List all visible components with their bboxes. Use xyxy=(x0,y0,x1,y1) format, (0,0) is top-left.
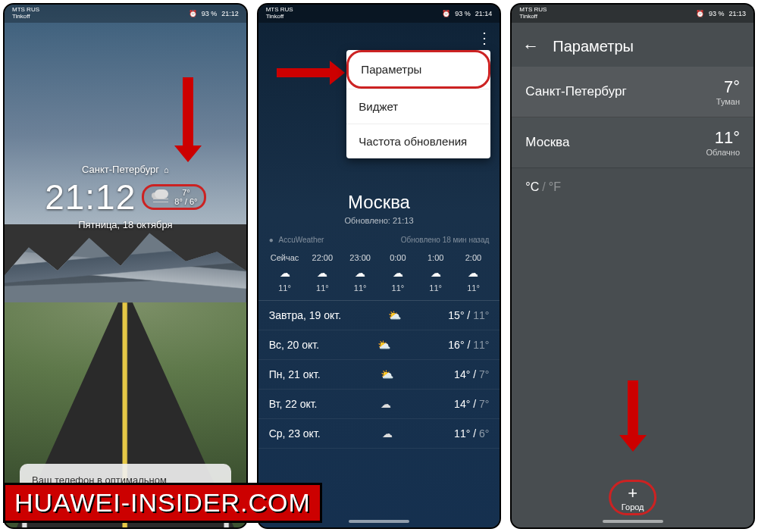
battery-label: 93 % xyxy=(202,10,218,17)
operator-label: Tinkoff xyxy=(519,14,547,20)
battery-label: 93 % xyxy=(709,10,725,17)
phone-weather-app: MTS RUS Tinkoff ⏰ 93 % 21:14 ⋮ Параметры… xyxy=(257,3,502,529)
cloud-icon: ☁ xyxy=(381,398,391,410)
widget-date: Пятница, 18 октября xyxy=(5,219,246,230)
bullet-icon: ● xyxy=(269,236,274,244)
partly-cloudy-icon: ⛅ xyxy=(381,368,393,380)
back-arrow-icon[interactable]: ← xyxy=(522,36,539,56)
partly-cloudy-icon: ⛅ xyxy=(388,309,401,321)
source-label: AccuWeather xyxy=(279,236,324,244)
hour-col: 2:00☁11° xyxy=(455,253,493,293)
fog-icon xyxy=(150,189,171,205)
temperature-unit-toggle[interactable]: °C/°F xyxy=(512,168,753,206)
cloud-icon: ☁ xyxy=(382,427,393,440)
city-condition: Облачно xyxy=(706,148,740,157)
widget-time: 21:12 xyxy=(45,177,136,217)
updated-ago: Обновлено 18 мин назад xyxy=(401,236,490,244)
overflow-dropdown: Параметры Виджет Частота обновления xyxy=(346,50,490,158)
city-temp: 11° xyxy=(706,128,740,148)
annotation-arrow-down xyxy=(174,77,202,162)
city-row[interactable]: Москва 11° Облачно xyxy=(512,117,753,168)
clock-label: 21:14 xyxy=(475,10,493,17)
clock-label: 21:12 xyxy=(221,10,239,17)
menu-item-refresh-rate[interactable]: Частота обновления xyxy=(346,124,490,158)
menu-item-settings[interactable]: Параметры xyxy=(346,50,490,89)
cloud-icon: ☁ xyxy=(266,267,304,279)
unit-celsius: °C xyxy=(525,180,539,193)
forecast-row: Завтра, 19 окт. ⛅ 15° / 11° xyxy=(258,301,500,330)
watermark-label: HUAWEI-INSIDER.COM xyxy=(3,483,322,523)
cloud-icon: ☁ xyxy=(417,267,455,279)
add-city-label: Город xyxy=(622,502,644,512)
cloud-icon: ☁ xyxy=(303,267,341,279)
phone-lockscreen: MTS RUS Tinkoff ⏰ 93 % 21:12 Санкт-Петер… xyxy=(3,3,248,529)
status-bar: MTS RUS Tinkoff ⏰ 93 % 21:12 xyxy=(5,5,246,23)
menu-item-widget[interactable]: Виджет xyxy=(346,89,490,124)
battery-label: 93 % xyxy=(455,10,471,17)
hour-col: 23:00☁11° xyxy=(341,253,379,293)
temp-now: 7° xyxy=(174,188,197,197)
daily-forecast[interactable]: Завтра, 19 окт. ⛅ 15° / 11° Вс, 20 окт. … xyxy=(258,300,500,449)
cloud-icon: ☁ xyxy=(379,267,417,279)
add-city-button[interactable]: + Город xyxy=(609,480,657,515)
operator-label: Tinkoff xyxy=(12,14,39,20)
alarm-icon: ⏰ xyxy=(442,10,450,17)
nav-gesture-bar[interactable] xyxy=(349,520,409,523)
forecast-row: Вс, 20 окт. ⛅ 16° / 11° xyxy=(258,330,500,360)
city-row[interactable]: Санкт-Петербург 7° Туман xyxy=(512,67,753,117)
temp-range: 8° / 6° xyxy=(174,197,197,206)
cloud-icon: ☁ xyxy=(341,267,379,279)
status-bar: MTS RUS Tinkoff ⏰ 93 % 21:14 xyxy=(258,5,500,23)
cloud-icon: ☁ xyxy=(455,267,493,279)
city-name: Санкт-Петербург xyxy=(525,84,626,99)
hour-col: 0:00☁11° xyxy=(379,253,417,293)
hour-col: 1:00☁11° xyxy=(417,253,455,293)
page-title: Параметры xyxy=(553,38,634,55)
home-icon: ⌂ xyxy=(164,165,169,174)
city-temp: 7° xyxy=(716,77,740,97)
annotation-arrow-right xyxy=(277,61,345,85)
partly-cloudy-icon: ⛅ xyxy=(377,339,390,351)
overflow-menu-button[interactable]: ⋮ xyxy=(475,29,493,47)
annotation-arrow-down xyxy=(619,380,647,452)
forecast-row: Вт, 22 окт. ☁ 14° / 7° xyxy=(258,390,500,419)
forecast-row: Пн, 21 окт. ⛅ 14° / 7° xyxy=(258,360,500,390)
hour-col: Сейчас☁11° xyxy=(266,253,304,293)
weather-updated: Обновлено: 21:13 xyxy=(258,216,500,225)
clock-weather-widget[interactable]: Санкт-Петербург ⌂ 21:12 7° 8° / 6° Пятни… xyxy=(5,164,246,230)
alarm-icon: ⏰ xyxy=(696,10,704,17)
unit-fahrenheit: °F xyxy=(549,180,561,193)
alarm-icon: ⏰ xyxy=(189,10,197,17)
weather-capsule-highlight[interactable]: 7° 8° / 6° xyxy=(142,184,205,210)
city-name: Москва xyxy=(525,135,569,150)
weather-city: Москва xyxy=(258,192,500,213)
forecast-row: Ср, 23 окт. ☁ 11° / 6° xyxy=(258,419,500,449)
hourly-forecast[interactable]: Сейчас☁11° 22:00☁11° 23:00☁11° 0:00☁11° … xyxy=(258,249,500,300)
nav-gesture-bar[interactable] xyxy=(603,520,663,523)
operator-label: Tinkoff xyxy=(266,14,293,20)
city-condition: Туман xyxy=(716,97,740,106)
clock-label: 21:13 xyxy=(728,10,746,17)
phone-settings: MTS RUS Tinkoff ⏰ 93 % 21:13 ← Параметры… xyxy=(510,3,755,529)
hour-col: 22:00☁11° xyxy=(303,253,341,293)
status-bar: MTS RUS Tinkoff ⏰ 93 % 21:13 xyxy=(512,5,753,23)
plus-icon: + xyxy=(622,485,644,502)
widget-city: Санкт-Петербург xyxy=(82,164,159,175)
